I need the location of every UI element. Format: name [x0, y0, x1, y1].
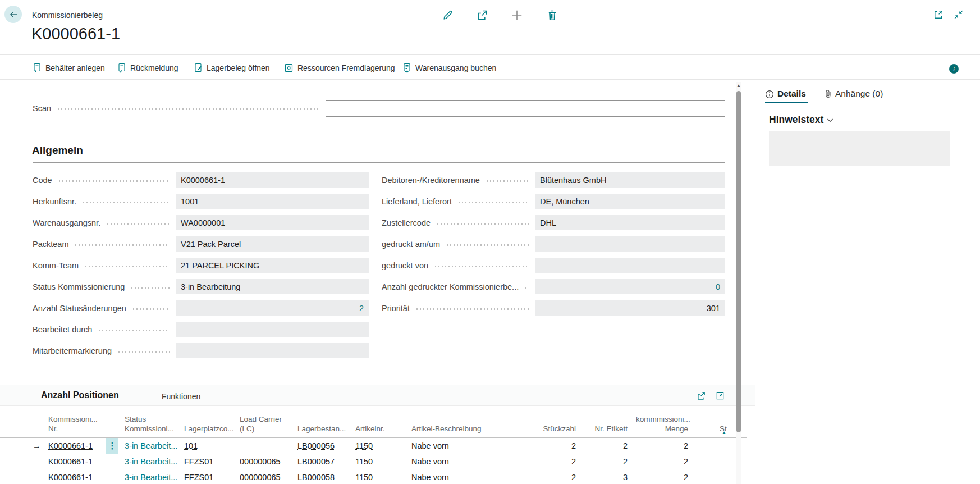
add-button[interactable]: [511, 9, 523, 21]
field-value-box[interactable]: 2: [176, 300, 369, 316]
field-value-box[interactable]: 21 PARCEL PICKING: [176, 258, 369, 273]
field-value: 2: [359, 304, 364, 313]
field-value-box[interactable]: WA0000001: [176, 215, 369, 230]
cell-stueckzahl[interactable]: 2: [524, 438, 576, 454]
cell-kommissionier-nr[interactable]: K0000661-1: [48, 454, 104, 469]
column-header-status[interactable]: StatusKommissioni...: [125, 414, 181, 434]
scrollbar-thumb[interactable]: [736, 91, 741, 432]
field-debitoren-kreditorenname: Debitoren-/Kreditorenname Blütenhaus Gmb…: [382, 172, 725, 188]
cell-artikel-beschreibung[interactable]: Nabe vorn: [411, 454, 524, 469]
cell-artikelnr[interactable]: 1150: [355, 454, 404, 469]
document-post-icon: [402, 63, 411, 73]
tab-anhaenge[interactable]: Anhänge (0): [835, 89, 883, 99]
divider: [0, 79, 980, 80]
back-button[interactable]: [4, 6, 22, 23]
share-button[interactable]: [476, 9, 488, 21]
back-arrow-icon: [8, 10, 19, 20]
action-lagerbeleg-oeffnen[interactable]: Lagerbeleg öffnen: [194, 60, 270, 76]
action-label: Ressourcen Fremdlagerung: [297, 63, 395, 72]
cell-load-carrier[interactable]: [240, 438, 294, 454]
field-value-box[interactable]: K0000661-1: [176, 172, 369, 188]
column-header-lagerbestand[interactable]: Lagerbestan...: [297, 424, 351, 434]
cell-menge[interactable]: 2: [636, 469, 688, 484]
scrollbar-up-arrow[interactable]: ▲: [736, 83, 741, 88]
column-header-load-carrier[interactable]: Load Carrier(LC): [240, 414, 294, 434]
cell-kommissionier-nr[interactable]: K0000661-1: [48, 441, 93, 450]
field-value-box[interactable]: V21 Pack Parcel: [176, 236, 369, 252]
column-header-stueckzahl[interactable]: Stückzahl: [524, 424, 576, 434]
field-lieferland-lieferort: Lieferland, Lieferort DE, München: [382, 194, 725, 209]
action-behaelter-anlegen[interactable]: Behälter anlegen: [33, 60, 105, 76]
cell-lagerbestand[interactable]: LB000056: [297, 441, 335, 450]
cell-lagerbestand[interactable]: LB000058: [297, 469, 351, 484]
lines-popout-button[interactable]: [715, 391, 725, 401]
cell-nr-etikett[interactable]: 2: [580, 438, 628, 454]
cell-nr-etikett[interactable]: 2: [580, 454, 628, 469]
field-value-box[interactable]: 0: [535, 279, 725, 294]
cell-nr-etikett[interactable]: 3: [580, 469, 628, 484]
dotted-leader: [130, 286, 170, 289]
cell-menge[interactable]: 2: [636, 438, 688, 454]
field-value: 21 PARCEL PICKING: [181, 261, 259, 270]
field-value-box[interactable]: 3-in Bearbeitung: [176, 279, 369, 294]
cell-kommissionier-nr[interactable]: K0000661-1: [48, 469, 104, 484]
action-label: Lagerbeleg öffnen: [207, 63, 270, 72]
field-value-box[interactable]: DHL: [535, 215, 725, 230]
open-in-new-window-icon: [715, 391, 725, 401]
cell-load-carrier[interactable]: 000000065: [240, 454, 294, 469]
tab-details[interactable]: Details: [777, 89, 806, 99]
cell-lagerplatzcode[interactable]: 101: [184, 441, 198, 450]
field-value-box[interactable]: [176, 343, 369, 358]
cell-status[interactable]: 3-in Bearbeit...: [125, 441, 177, 450]
cell-lagerplatzcode[interactable]: FFZS01: [184, 454, 236, 469]
column-header-kommissionierte-menge[interactable]: kommmissioni...Menge: [636, 414, 688, 434]
field-label: Mitarbeitermarkierung: [33, 346, 112, 355]
field-value-box[interactable]: 1001: [176, 194, 369, 209]
column-header-artikel-beschreibung[interactable]: Artikel-Beschreibung: [411, 424, 524, 434]
cell-status[interactable]: 3-in Bearbeit...: [125, 457, 177, 466]
cell-load-carrier[interactable]: 000000065: [240, 469, 294, 484]
cell-artikel-beschreibung[interactable]: Nabe vorn: [411, 469, 524, 484]
cell-lagerplatzcode[interactable]: FFZS01: [184, 469, 236, 484]
field-prioritaet: Priorität 301: [382, 300, 725, 316]
info-badge[interactable]: i: [949, 64, 959, 74]
page-caption: Kommissionierbeleg: [32, 11, 103, 20]
field-bearbeitet-durch: Bearbeitet durch: [33, 322, 369, 337]
field-value-box[interactable]: [176, 322, 369, 337]
hinweistext-section-toggle[interactable]: Hinweistext: [769, 114, 835, 126]
attachments-tab-icon-wrap: [824, 89, 832, 99]
scan-input[interactable]: [326, 100, 725, 117]
column-header-lagerplatzcode[interactable]: Lagerplatzco...: [184, 424, 236, 434]
column-header-artikelnr[interactable]: Artikelnr.: [355, 424, 404, 434]
column-header-kommissionier-nr[interactable]: Kommissioni...Nr.: [48, 414, 104, 434]
field-value-box[interactable]: [535, 258, 725, 273]
field-value-box[interactable]: Blütenhaus GmbH: [535, 172, 725, 188]
row-menu-button[interactable]: ⋮: [106, 438, 118, 454]
cell-stueckzahl[interactable]: 2: [524, 454, 576, 469]
cell-status[interactable]: 3-in Bearbeit...: [125, 473, 177, 482]
section-heading-allgemein[interactable]: Allgemein: [32, 144, 83, 157]
plus-icon: [511, 9, 523, 21]
edit-button[interactable]: [442, 9, 454, 21]
field-value-box[interactable]: DE, München: [535, 194, 725, 209]
cell-artikelnr[interactable]: 1150: [355, 441, 373, 450]
delete-button[interactable]: [546, 9, 558, 21]
lines-menu-funktionen[interactable]: Funktionen: [162, 392, 200, 401]
cell-menge[interactable]: 2: [636, 454, 688, 469]
collapse-icon: [953, 9, 964, 20]
open-in-new-window-button[interactable]: [933, 9, 945, 21]
action-ressourcen-fremdlagerung[interactable]: Ressourcen Fremdlagerung: [284, 60, 395, 76]
lines-share-button[interactable]: [696, 391, 706, 401]
field-value-box[interactable]: 301: [535, 300, 725, 316]
cell-artikelnr[interactable]: 1150: [355, 469, 404, 484]
action-rueckmeldung[interactable]: Rückmeldung: [117, 60, 178, 76]
collapse-window-button[interactable]: [953, 9, 965, 21]
field-value-box[interactable]: [535, 236, 725, 252]
action-warenausgang-buchen[interactable]: Warenausgang buchen: [402, 60, 496, 76]
field-value: 3-in Bearbeitung: [181, 282, 240, 291]
column-header-nr-etikett[interactable]: Nr. Etikett: [580, 424, 628, 434]
action-label: Rückmeldung: [130, 63, 178, 72]
cell-stueckzahl[interactable]: 2: [524, 469, 576, 484]
cell-lagerbestand[interactable]: LB000057: [297, 454, 351, 469]
cell-artikel-beschreibung[interactable]: Nabe vorn: [411, 438, 524, 454]
